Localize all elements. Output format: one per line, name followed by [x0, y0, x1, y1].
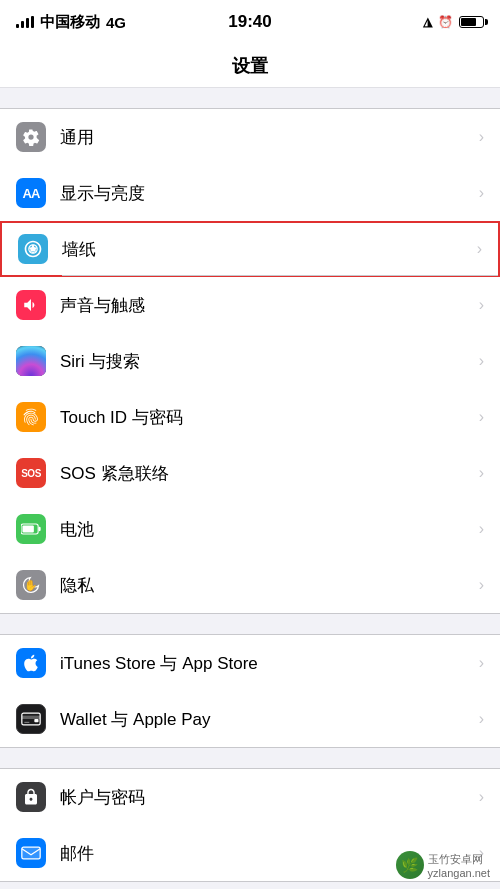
sos-chevron: › — [479, 464, 484, 482]
appstore-chevron: › — [479, 654, 484, 672]
wallet-icon — [16, 704, 46, 734]
accounts-icon — [16, 782, 46, 812]
row-wallet[interactable]: Wallet 与 Apple Pay › — [0, 691, 500, 747]
svg-rect-7 — [34, 719, 38, 722]
general-chevron: › — [479, 128, 484, 146]
sos-icon: SOS — [16, 458, 46, 488]
siri-chevron: › — [479, 352, 484, 370]
section-general: 通用 › AA 显示与亮度 › 墙纸 › — [0, 108, 500, 614]
wallpaper-chevron: › — [477, 240, 482, 258]
watermark-icon: 🌿 — [396, 851, 424, 879]
location-icon: ◮ — [423, 15, 432, 29]
appstore-icon — [16, 648, 46, 678]
privacy-label: 隐私 — [60, 574, 479, 597]
appstore-label: iTunes Store 与 App Store — [60, 652, 479, 675]
display-label: 显示与亮度 — [60, 182, 479, 205]
section-stores: iTunes Store 与 App Store › Wallet 与 Appl… — [0, 634, 500, 748]
svg-rect-3 — [39, 527, 41, 531]
sos-label: SOS 紧急联络 — [60, 462, 479, 485]
row-battery[interactable]: 电池 › — [0, 501, 500, 557]
siri-label: Siri 与搜索 — [60, 350, 479, 373]
battery-chevron: › — [479, 520, 484, 538]
page-title: 设置 — [232, 54, 268, 78]
row-sos[interactable]: SOS SOS 紧急联络 › — [0, 445, 500, 501]
row-touchid[interactable]: Touch ID 与密码 › — [0, 389, 500, 445]
battery-icon-row — [16, 514, 46, 544]
sound-icon — [16, 290, 46, 320]
time-display: 19:40 — [228, 12, 271, 32]
carrier-info: 中国移动 4G — [16, 13, 126, 32]
display-icon: AA — [16, 178, 46, 208]
settings-content: 通用 › AA 显示与亮度 › 墙纸 › — [0, 88, 500, 882]
alarm-icon: ⏰ — [438, 15, 453, 29]
carrier-label: 中国移动 — [40, 13, 100, 32]
wallpaper-label: 墙纸 — [62, 238, 477, 261]
wallet-chevron: › — [479, 710, 484, 728]
general-label: 通用 — [60, 126, 479, 149]
watermark: 🌿 玉竹安卓网yzlangan.net — [396, 851, 490, 879]
row-accounts[interactable]: 帐户与密码 › — [0, 769, 500, 825]
section-group-general: 通用 › AA 显示与亮度 › 墙纸 › — [0, 108, 500, 614]
status-bar: 中国移动 4G 19:40 ◮ ⏰ — [0, 0, 500, 44]
sound-chevron: › — [479, 296, 484, 314]
accounts-label: 帐户与密码 — [60, 786, 479, 809]
signal-icon — [16, 16, 34, 28]
siri-icon — [16, 346, 46, 376]
accounts-chevron: › — [479, 788, 484, 806]
touchid-chevron: › — [479, 408, 484, 426]
touchid-label: Touch ID 与密码 — [60, 406, 479, 429]
row-privacy[interactable]: ✋ 隐私 › — [0, 557, 500, 613]
navigation-bar: 设置 — [0, 44, 500, 88]
svg-rect-6 — [22, 716, 40, 719]
svg-rect-2 — [22, 525, 33, 532]
battery-label: 电池 — [60, 518, 479, 541]
wallpaper-icon — [18, 234, 48, 264]
watermark-text: 玉竹安卓网yzlangan.net — [428, 852, 490, 879]
network-label: 4G — [106, 14, 126, 31]
privacy-icon: ✋ — [16, 570, 46, 600]
svg-text:✋: ✋ — [24, 578, 38, 592]
row-display[interactable]: AA 显示与亮度 › — [0, 165, 500, 221]
general-icon — [16, 122, 46, 152]
battery-icon — [459, 16, 484, 28]
sound-label: 声音与触感 — [60, 294, 479, 317]
row-appstore[interactable]: iTunes Store 与 App Store › — [0, 635, 500, 691]
row-sound[interactable]: 声音与触感 › — [0, 277, 500, 333]
status-icons: ◮ ⏰ — [423, 15, 484, 29]
touchid-icon — [16, 402, 46, 432]
wallet-label: Wallet 与 Apple Pay — [60, 708, 479, 731]
display-chevron: › — [479, 184, 484, 202]
mail-icon — [16, 838, 46, 868]
row-siri[interactable]: Siri 与搜索 › — [0, 333, 500, 389]
svg-rect-9 — [22, 847, 40, 859]
section-group-stores: iTunes Store 与 App Store › Wallet 与 Appl… — [0, 634, 500, 748]
privacy-chevron: › — [479, 576, 484, 594]
row-wallpaper[interactable]: 墙纸 › — [0, 221, 500, 277]
row-general[interactable]: 通用 › — [0, 109, 500, 165]
